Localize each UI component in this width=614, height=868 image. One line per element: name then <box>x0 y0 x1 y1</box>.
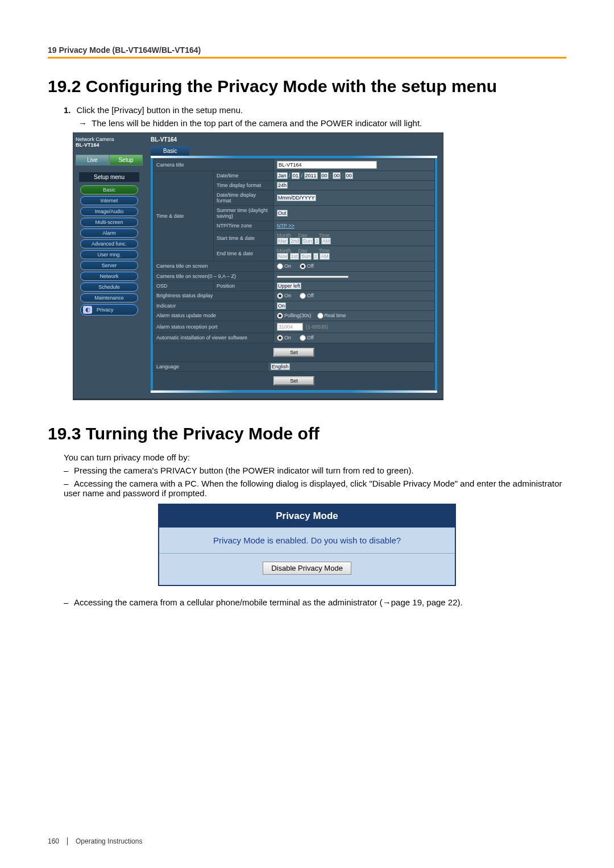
link-ntp[interactable]: NTP >> <box>277 223 294 229</box>
lbl-time-date: Time & date <box>154 171 214 261</box>
input-ctos2[interactable] <box>277 276 349 278</box>
menu-server[interactable]: Server <box>80 261 138 270</box>
tab-setup[interactable]: Setup <box>109 155 143 165</box>
menu-advanced[interactable]: Advanced func. <box>80 239 138 248</box>
menu-privacy[interactable]: ◐ Privacy <box>80 304 138 315</box>
input-camera-title[interactable]: BL-VT164 <box>277 161 377 169</box>
bullet-3-text-a: Accessing the camera from a cellular pho… <box>74 597 383 607</box>
menu-title: Setup menu <box>79 172 139 182</box>
sel-indicator[interactable]: On <box>277 302 286 309</box>
menu-image-audio[interactable]: Image/Audio <box>80 207 138 216</box>
sel-time-disp-fmt[interactable]: 24h <box>277 182 288 189</box>
lbl-ntp: NTP/Time zone <box>214 221 274 230</box>
sel-e-dow[interactable]: Sun <box>300 253 312 260</box>
sel-s-wk[interactable]: 2nd <box>289 238 300 244</box>
radio-realtime[interactable] <box>317 313 323 319</box>
sel-language[interactable]: English <box>271 363 290 370</box>
radio-aiv-on[interactable] <box>277 335 283 341</box>
radio-bsd-off[interactable] <box>300 293 306 299</box>
txt-off2: Off <box>307 293 314 298</box>
sel-e-mon[interactable]: Nov <box>277 253 288 260</box>
page-number: 160 <box>48 837 59 845</box>
arrow-icon-2: → <box>383 597 391 607</box>
p-intro: You can turn privacy mode off by: <box>64 452 566 462</box>
radio-aiv-off[interactable] <box>300 335 306 341</box>
val-datetime: Jan / 01 / 2011 00 : 00 : 00 <box>274 171 435 180</box>
lbl-summer-time: Summer time (daylight saving) <box>214 205 274 221</box>
heading-19-3: 19.3 Turning the Privacy Mode off <box>48 423 566 445</box>
lbl-date-disp-fmt: Date/time display format <box>214 190 274 205</box>
arrow-icon: → <box>78 118 87 128</box>
sel-month[interactable]: Jan <box>277 172 288 179</box>
radio-ctos-on[interactable] <box>277 263 283 269</box>
sel-day[interactable]: 01 <box>292 172 300 179</box>
menu-multi-screen[interactable]: Multi-screen <box>80 218 138 227</box>
txt-on1: On <box>284 263 291 269</box>
txt-on3: On <box>284 335 291 340</box>
lbl-language: Language <box>154 362 268 372</box>
radio-polling[interactable] <box>277 313 283 319</box>
sel-summer-time[interactable]: Out <box>277 210 288 217</box>
sel-date-disp-fmt[interactable]: Mmm/DD/YYYY <box>277 194 316 201</box>
radio-bsd-on[interactable] <box>277 293 283 299</box>
menu-schedule[interactable]: Schedule <box>80 283 138 292</box>
radio-ctos-off[interactable] <box>300 263 306 269</box>
menu-basic[interactable]: Basic <box>80 185 138 194</box>
lbl-start-time: Start time & date <box>214 230 274 246</box>
disable-privacy-button[interactable]: Disable Privacy Mode <box>263 562 351 575</box>
set-button-2[interactable]: Set <box>273 376 314 385</box>
ss-model-left: BL-VT164 <box>76 142 143 148</box>
menu-maintenance[interactable]: Maintenance <box>80 293 138 302</box>
sel-e-ap[interactable]: AM <box>320 253 330 260</box>
sel-year[interactable]: 2011 <box>304 172 318 179</box>
hdr-day-s: Day <box>298 232 308 238</box>
step-1-text: Click the [Privacy] button in the setup … <box>77 105 243 115</box>
txt-asrp-range: (1-65535) <box>306 324 328 330</box>
ss-tabs: Live Setup <box>76 155 143 165</box>
menu-network[interactable]: Network <box>80 272 138 281</box>
sel-min[interactable]: 00 <box>333 172 341 179</box>
hdr-month-s: Month <box>277 232 291 238</box>
sel-position[interactable]: Upper left <box>277 283 301 289</box>
page-footer: 160Operating Instructions <box>48 837 142 845</box>
lbl-asrp: Alarm status reception port <box>154 321 274 333</box>
menu-internet[interactable]: Internet <box>80 196 138 205</box>
step-1: 1.Click the [Privacy] button in the setu… <box>64 105 566 115</box>
footer-label: Operating Instructions <box>67 837 142 845</box>
lbl-ctos: Camera title on screen <box>154 261 274 271</box>
ss-model-right: BL-VT164 <box>145 136 443 146</box>
hdr-time-s: Time <box>318 232 330 238</box>
hdr-time-e: Time <box>318 248 330 254</box>
set-button-1[interactable]: Set <box>273 348 314 357</box>
sel-s-ap[interactable]: AM <box>321 238 331 244</box>
bullet-3-text-b: page 19, page 22). <box>391 597 463 607</box>
lbl-asum: Alarm status update mode <box>154 310 274 321</box>
lbl-camera-title: Camera title <box>154 159 274 171</box>
sel-s-h[interactable]: 2 <box>314 238 320 244</box>
sel-sec[interactable]: 00 <box>345 172 353 179</box>
sel-hour[interactable]: 00 <box>321 172 329 179</box>
lbl-position: Position <box>214 281 274 290</box>
lbl-ctos2: Camera title on screen(0 – 9,A – Z) <box>154 271 274 281</box>
privacy-mode-dialog: Privacy Mode Privacy Mode is enabled. Do… <box>158 504 456 586</box>
panel-tab-basic[interactable]: Basic <box>151 146 189 156</box>
dialog-title: Privacy Mode <box>159 505 455 528</box>
lbl-datetime: Date/time <box>214 171 274 180</box>
input-asrp[interactable]: 31004 <box>277 323 303 331</box>
setup-screenshot: Network Camera BL-VT164 Live Setup Setup… <box>73 132 443 401</box>
sel-e-h[interactable]: 2 <box>313 253 318 260</box>
grad-line-bottom <box>151 391 437 393</box>
sel-s-dow[interactable]: Sun <box>302 238 313 244</box>
menu-user-mng[interactable]: User mng. <box>80 250 138 259</box>
settings-table: Camera title BL-VT164 Time & date Date/t… <box>153 159 435 344</box>
sel-s-mon[interactable]: Mar <box>277 238 288 244</box>
txt-on2: On <box>284 293 291 298</box>
sel-e-wk[interactable]: 1st <box>290 253 299 260</box>
hdr-month-e: Month <box>277 248 291 254</box>
hdr-day-e: Day <box>298 248 308 254</box>
menu-alarm[interactable]: Alarm <box>80 229 138 238</box>
tab-live[interactable]: Live <box>76 155 109 165</box>
bullet-1: –Pressing the camera's PRIVACY button (t… <box>64 466 566 475</box>
bullet-2: –Accessing the camera with a PC. When th… <box>64 479 566 498</box>
lbl-end-time: End time & date <box>214 246 274 261</box>
